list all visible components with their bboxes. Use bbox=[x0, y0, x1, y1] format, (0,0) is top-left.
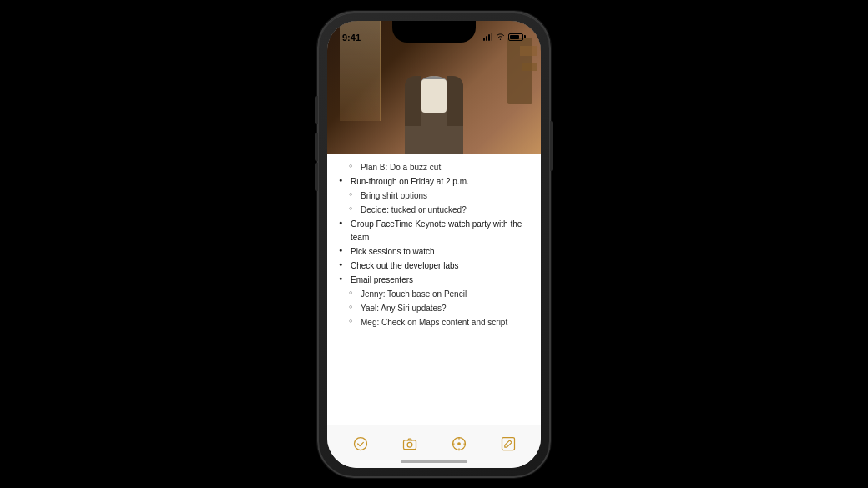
svg-rect-1 bbox=[403, 440, 416, 450]
list-item: Email presenters bbox=[339, 274, 529, 287]
screen-content: Plan B: Do a buzz cut Run-through on Fri… bbox=[327, 21, 541, 468]
status-time: 9:41 bbox=[342, 33, 361, 43]
list-item: Yael: Any Siri updates? bbox=[339, 302, 529, 315]
phone-shell: 9:41 bbox=[317, 11, 551, 478]
svg-point-4 bbox=[457, 443, 460, 445]
list-item: Plan B: Do a buzz cut bbox=[339, 161, 529, 174]
list-item: Group FaceTime Keynote watch party with … bbox=[339, 218, 529, 244]
compass-icon bbox=[451, 435, 467, 452]
reminders-button[interactable] bbox=[346, 429, 376, 459]
maps-button[interactable] bbox=[444, 429, 474, 459]
list-item: Decide: tucked or untucked? bbox=[339, 204, 529, 217]
person-figure bbox=[405, 76, 463, 154]
svg-point-0 bbox=[354, 438, 366, 450]
camera-button[interactable] bbox=[395, 429, 425, 459]
list-item: Jenny: Touch base on Pencil bbox=[339, 288, 529, 301]
list-item: Pick sessions to watch bbox=[339, 245, 529, 259]
compose-icon bbox=[500, 435, 517, 452]
phone-screen: 9:41 bbox=[327, 21, 541, 468]
notes-content: Plan B: Do a buzz cut Run-through on Fri… bbox=[327, 154, 541, 425]
compose-button[interactable] bbox=[493, 429, 523, 459]
notch bbox=[392, 21, 476, 43]
phone-device: 9:41 bbox=[317, 11, 551, 478]
status-icons bbox=[483, 33, 526, 42]
list-item: Run-through on Friday at 2 p.m. bbox=[339, 175, 529, 189]
list-item: Bring shirt options bbox=[339, 189, 529, 203]
list-item: Check out the developer labs bbox=[339, 259, 529, 273]
check-circle-icon bbox=[352, 435, 369, 452]
signal-icon bbox=[483, 33, 492, 41]
battery-icon bbox=[508, 33, 526, 41]
person-body bbox=[405, 104, 463, 154]
wifi-icon bbox=[496, 33, 505, 42]
svg-point-2 bbox=[407, 442, 412, 447]
list-item: Meg: Check on Maps content and script bbox=[339, 316, 529, 330]
camera-icon bbox=[401, 435, 418, 452]
notes-list: Plan B: Do a buzz cut Run-through on Fri… bbox=[339, 161, 529, 330]
svg-rect-5 bbox=[502, 438, 514, 450]
home-indicator bbox=[401, 460, 467, 463]
